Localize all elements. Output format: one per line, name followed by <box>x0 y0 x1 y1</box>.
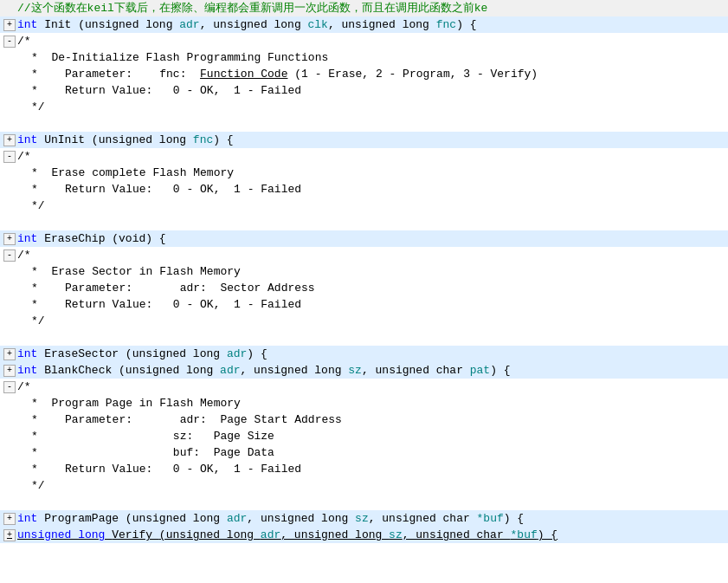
init-signature-line: + int Init (unsigned long adr , unsigned… <box>0 16 728 33</box>
init-params-close: ) { <box>456 16 476 33</box>
no-btn-blank4 <box>3 496 16 509</box>
erasechip-name: EraseChip <box>44 230 112 247</box>
init-param-clk: clk <box>308 16 328 33</box>
no-btn-13 <box>3 414 16 426</box>
programpage-comment-text5: * Return Value: 0 - OK, 1 - Failed <box>31 461 301 477</box>
code-editor: //这个函数在keil下载后，在擦除、编程都会重新调用一次此函数，而且在调用此函… <box>0 0 728 583</box>
verify-keyword: unsigned long <box>17 527 112 543</box>
programpage-collapse-btn[interactable]: + <box>3 513 16 525</box>
erasesector-keyword: int <box>17 346 44 362</box>
no-btn-blank1 <box>3 118 16 130</box>
verify-param-adr: adr <box>261 527 280 543</box>
no-btn-16 <box>3 463 16 476</box>
init-params-pre: (unsigned long <box>78 16 179 33</box>
no-btn-blank3 <box>3 332 16 344</box>
init-comment-func-code: Function Code <box>200 66 287 82</box>
uninit-comment-text2: * Return Value: 0 - OK, 1 - Failed <box>31 181 301 198</box>
erasesector-params-pre: (unsigned long <box>126 346 227 362</box>
programpage-comment-text4: * buf: Page Data <box>31 444 274 461</box>
init-comment-line3: * Return Value: 0 - OK, 1 - Failed <box>0 82 728 99</box>
programpage-params-pre: (unsigned long <box>126 510 227 527</box>
programpage-comment-text1: * Program Page in Flash Memory <box>31 395 241 411</box>
erasechip-comment-close: */ <box>0 313 728 329</box>
init-param-fnc: fnc <box>436 16 456 33</box>
programpage-comment-collapse-btn[interactable]: - <box>3 381 16 393</box>
erasesector-param-adr: adr <box>227 346 247 362</box>
init-comment-line2: * Parameter: fnc: Function Code (1 - Era… <box>0 66 728 82</box>
programpage-comment-close-text: */ <box>31 477 45 494</box>
erasechip-comment-collapse-btn[interactable]: - <box>3 249 16 262</box>
no-btn-17 <box>3 480 16 492</box>
erasesector-signature-line: + int EraseSector (unsigned long adr ) { <box>0 346 728 362</box>
no-btn-2 <box>3 68 16 81</box>
no-btn-9 <box>3 282 16 295</box>
programpage-name: ProgramPage <box>44 510 126 527</box>
comment-text-top: //这个函数在keil下载后，在擦除、编程都会重新调用一次此函数，而且在调用此函… <box>17 0 487 16</box>
programpage-param-buf: *buf <box>477 510 504 527</box>
uninit-params-pre: (unsigned long <box>92 132 193 148</box>
comment-line-top: //这个函数在keil下载后，在擦除、编程都会重新调用一次此函数，而且在调用此函… <box>0 0 728 16</box>
uninit-name: UnInit <box>44 132 92 148</box>
no-btn-blank2 <box>3 217 16 229</box>
uninit-comment-collapse-btn[interactable]: - <box>3 151 16 163</box>
erasechip-comment-text1: * Erase Sector in Flash Memory <box>31 263 241 280</box>
blankcheck-keyword: int <box>17 362 44 379</box>
programpage-comment-open: - /* <box>0 379 728 395</box>
init-keyword: int <box>17 16 44 33</box>
erasesector-params-close: ) { <box>247 346 267 362</box>
erasesector-name: EraseSector <box>44 346 126 362</box>
blankcheck-params-pre: (unsigned long <box>119 362 220 379</box>
uninit-comment-line2: * Return Value: 0 - OK, 1 - Failed <box>0 181 728 198</box>
blankcheck-signature-line: + int BlankCheck (unsigned long adr , un… <box>0 362 728 379</box>
programpage-params-mid2: , unsigned char <box>369 510 477 527</box>
uninit-comment-open: - /* <box>0 148 728 165</box>
erasechip-signature-line: + int EraseChip (void) { <box>0 230 728 247</box>
erasechip-comment-open: - /* <box>0 247 728 263</box>
blankcheck-params-mid1: , unsigned long <box>240 362 348 379</box>
no-btn-7 <box>3 200 16 212</box>
blank-1-text <box>17 115 24 132</box>
no-btn-1 <box>3 52 16 64</box>
init-comment-text1: * De-Initialize Flash Programming Functi… <box>31 49 328 66</box>
programpage-param-sz: sz <box>355 510 369 527</box>
init-comment-close: */ <box>0 99 728 115</box>
init-params-mid2: , unsigned long <box>328 16 436 33</box>
uninit-comment-text1: * Erase complete Flash Memory <box>31 165 234 181</box>
verify-params-pre: (unsigned long <box>159 527 261 543</box>
programpage-comment-line2: * Parameter: adr: Page Start Address <box>0 411 728 428</box>
erasechip-comment-line1: * Erase Sector in Flash Memory <box>0 263 728 280</box>
erasechip-params: (void) { <box>112 230 165 247</box>
init-name: Init <box>44 16 78 33</box>
erasesector-collapse-btn[interactable]: + <box>3 348 16 360</box>
verify-collapse-btn[interactable]: + <box>3 529 16 541</box>
init-collapse-btn[interactable]: + <box>3 19 16 31</box>
programpage-signature-line: + int ProgramPage (unsigned long adr , u… <box>0 510 728 527</box>
verify-name: Verify <box>112 527 159 543</box>
uninit-collapse-btn[interactable]: + <box>3 134 16 146</box>
no-btn-5 <box>3 167 16 179</box>
no-btn-11 <box>3 315 16 327</box>
blank-2-text <box>17 214 24 230</box>
blankcheck-params-close: ) { <box>490 362 510 379</box>
uninit-signature-line: + int UnInit (unsigned long fnc ) { <box>0 132 728 148</box>
verify-params-mid1: , unsigned long <box>280 527 389 543</box>
init-comment-text2-pre: * Parameter: fnc: <box>31 66 200 82</box>
programpage-comment-open-text: /* <box>17 379 31 395</box>
no-collapse-btn <box>3 3 16 15</box>
init-comment-open-text: /* <box>17 33 31 49</box>
erasechip-comment-close-text: */ <box>31 313 45 329</box>
no-btn-4 <box>3 101 16 113</box>
blankcheck-name: BlankCheck <box>44 362 119 379</box>
init-comment-text2-post: (1 - Erase, 2 - Program, 3 - Verify) <box>287 66 538 82</box>
erasechip-comment-line3: * Return Value: 0 - OK, 1 - Failed <box>0 296 728 313</box>
erasechip-collapse-btn[interactable]: + <box>3 233 16 245</box>
uninit-keyword: int <box>17 132 44 148</box>
blank-3-text <box>17 329 24 346</box>
init-comment-collapse-btn[interactable]: - <box>3 36 16 48</box>
blankcheck-collapse-btn[interactable]: + <box>3 365 16 377</box>
erasechip-comment-line2: * Parameter: adr: Sector Address <box>0 280 728 296</box>
programpage-comment-text2: * Parameter: adr: Page Start Address <box>31 411 342 428</box>
erasechip-comment-text3: * Return Value: 0 - OK, 1 - Failed <box>31 296 301 313</box>
uninit-comment-close: */ <box>0 198 728 214</box>
programpage-params-mid1: , unsigned long <box>247 510 355 527</box>
